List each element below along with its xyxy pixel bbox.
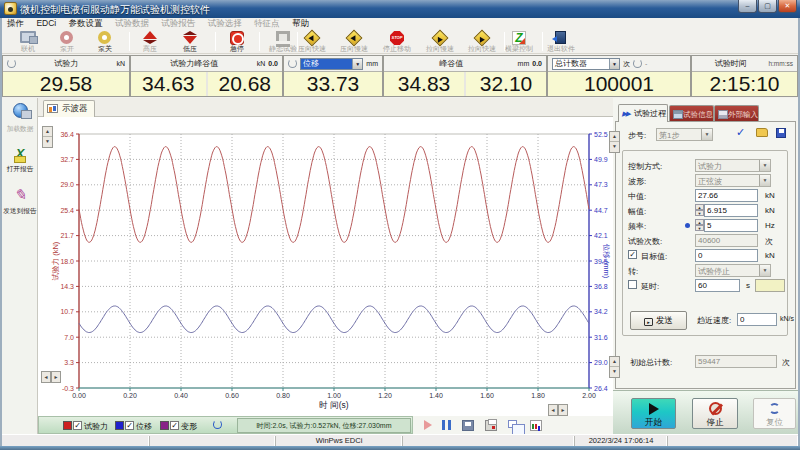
waveform-select[interactable]: 正弦波▼	[695, 174, 771, 187]
turn-select[interactable]: 试验停止▼	[695, 264, 771, 277]
open-folder-icon[interactable]	[756, 128, 768, 137]
deformation-checkbox[interactable]: ✓	[170, 421, 179, 430]
displacement-checkbox[interactable]: ✓	[125, 421, 134, 430]
delay-input[interactable]	[695, 279, 740, 292]
status-segment	[150, 436, 276, 446]
tab-external-input[interactable]: 外部输入	[714, 105, 759, 121]
svg-text:52.5: 52.5	[594, 131, 608, 138]
step-select[interactable]: 第1步▼	[656, 128, 713, 141]
mid-value-input[interactable]	[695, 189, 758, 202]
toolbar-stop-move-button[interactable]: STOP停止移动	[374, 30, 420, 54]
pause-icon[interactable]	[442, 420, 451, 430]
chevron-down-icon: ▼	[759, 265, 770, 276]
force-value: 29.58	[3, 72, 129, 96]
send-to-report-button[interactable]: ✎发送到报告	[2, 186, 38, 216]
legend-displacement[interactable]: ✓位移	[115, 421, 152, 431]
tab-test-info[interactable]: 试验信息	[669, 105, 714, 121]
toolbar-low-pressure-button[interactable]: 低压	[167, 30, 213, 54]
menu-item[interactable]: 帮助	[287, 18, 314, 29]
window-title: 微机控制电液伺服动静万能试验机测控软件	[20, 3, 210, 17]
svg-text:44.7: 44.7	[594, 207, 608, 214]
frequency-spinner[interactable]: ▲▼	[695, 219, 704, 232]
counter-extra: -	[645, 60, 647, 67]
status-segment	[2, 436, 150, 446]
svg-text:26.4: 26.4	[594, 385, 608, 392]
toolbar-pump-off-button[interactable]: 泵关	[82, 30, 128, 54]
stop-prohibit-icon	[709, 402, 722, 415]
maximize-button[interactable]: ▢	[758, 0, 777, 13]
confirm-check-icon[interactable]: ✓	[736, 126, 745, 139]
target-input[interactable]	[695, 249, 758, 262]
svg-text:18.0: 18.0	[60, 258, 74, 265]
amplitude-input[interactable]	[704, 204, 758, 217]
menu-item[interactable]: 特征点	[249, 18, 285, 29]
frequency-input[interactable]	[704, 219, 758, 232]
deformation-swatch	[160, 421, 169, 430]
stop-button[interactable]: 停止	[692, 398, 738, 429]
display-force-peak-valley: 试验力峰谷值kN0.0 34.6320.68	[130, 55, 283, 97]
reset-button[interactable]: 复位	[753, 398, 796, 429]
left-axis-spinner[interactable]: ▲▼	[42, 126, 53, 148]
svg-text:3.3: 3.3	[64, 359, 74, 366]
step-label: 步号:	[628, 130, 646, 141]
send-icon: ▸	[644, 318, 653, 326]
target-checkbox[interactable]: ✓	[628, 250, 637, 259]
toolbar-crosshead-button[interactable]: Z横梁控制	[496, 30, 542, 54]
toolbar-estop-button[interactable]: 急停	[214, 30, 260, 54]
refresh-icon[interactable]	[633, 59, 642, 68]
control-mode-select[interactable]: 试验力▼	[695, 159, 771, 172]
menu-item[interactable]: 试验数据	[110, 18, 154, 29]
display-channel: 位移▼mm 33.73	[283, 55, 383, 97]
open-report-button[interactable]: X打开报告	[2, 144, 38, 174]
svg-text:49.9: 49.9	[594, 156, 608, 163]
menu-item[interactable]: 操作	[2, 18, 29, 29]
legend-deformation[interactable]: ✓变形	[160, 421, 197, 431]
channel-select[interactable]: 位移▼	[300, 58, 363, 70]
counter-select[interactable]: 总计数器▼	[552, 58, 620, 70]
svg-text:1.20: 1.20	[378, 392, 392, 399]
toolbar-exit-button[interactable]: 退出软件	[538, 30, 584, 54]
channel-peak-value: 34.83	[384, 72, 464, 96]
approach-speed-input[interactable]	[737, 313, 777, 326]
refresh-icon	[213, 420, 222, 429]
right-axis-spinner[interactable]: ▲▼	[609, 131, 620, 153]
menu-item[interactable]: 参数设置	[64, 18, 108, 29]
load-data-button[interactable]: 加载数据	[2, 103, 38, 134]
delay-checkbox[interactable]	[628, 280, 637, 289]
svg-text:0.00: 0.00	[72, 392, 86, 399]
tab-test-process[interactable]: ▶▶试验过程	[618, 104, 668, 122]
save-step-icon[interactable]	[776, 128, 786, 138]
tab-oscilloscope[interactable]: 示波器	[43, 100, 95, 117]
amplitude-spinner[interactable]: ▲▼	[695, 204, 704, 217]
x-scroll-buttons[interactable]: ◄►	[548, 404, 568, 416]
start-button[interactable]: 开始	[631, 398, 676, 429]
toolbar-press-slow-button[interactable]: 压向慢速	[331, 30, 377, 54]
static-test-icon	[276, 31, 290, 41]
left-axis-scroll[interactable]: ◄►	[41, 371, 61, 383]
copy-icon[interactable]	[508, 420, 517, 428]
display-force: 试验力kN 29.58	[2, 55, 130, 97]
menu-item[interactable]: 试验报告	[156, 18, 200, 29]
export-chart-icon[interactable]	[530, 420, 542, 431]
minimize-button[interactable]: –	[738, 0, 757, 13]
delay-indicator	[755, 279, 785, 292]
save-icon[interactable]	[462, 420, 474, 431]
title-bar: 微机控制电液伺服动静万能试验机测控软件 – ▢ ✕	[0, 0, 800, 18]
print-icon[interactable]	[485, 420, 497, 431]
legend-refresh-button[interactable]	[213, 420, 222, 430]
refresh-icon[interactable]	[288, 59, 297, 68]
frequency-indicator-dot	[685, 223, 690, 228]
send-button[interactable]: ▸发送	[630, 311, 687, 330]
chart-legend-row: ✓试验力 ✓位移 ✓变形 时间:2.0s, 试验力:0.527kN, 位移:27…	[38, 416, 613, 434]
refresh-icon[interactable]	[7, 59, 16, 68]
control-buttons-strip: 开始 停止 复位	[613, 390, 798, 434]
menu-item[interactable]: 试验选择	[203, 18, 247, 29]
toolbar-press-fast-button[interactable]: 压向快速	[289, 30, 335, 54]
close-button[interactable]: ✕	[778, 0, 797, 13]
toolbar-pull-slow-button[interactable]: 拉向慢速	[417, 30, 463, 54]
play-icon[interactable]	[424, 420, 432, 430]
menu-item[interactable]: EDCi	[31, 18, 61, 29]
force-checkbox[interactable]: ✓	[73, 421, 82, 430]
legend-force[interactable]: ✓试验力	[63, 421, 108, 431]
right-axis-spinner-2[interactable]: ▲▼	[609, 356, 620, 378]
